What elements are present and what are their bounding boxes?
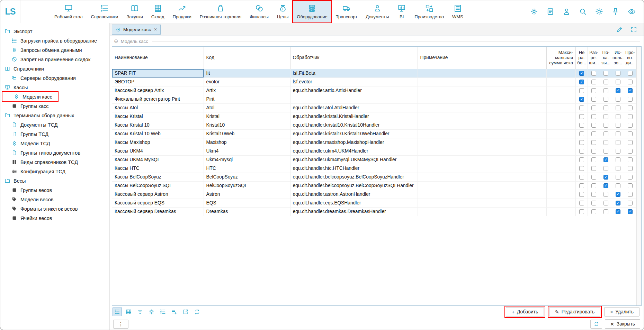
checkbox[interactable] — [616, 149, 620, 154]
topbar-item-14[interactable]: WMS — [448, 0, 467, 23]
cell-check-4[interactable] — [612, 95, 624, 103]
cell-check-1[interactable] — [576, 181, 588, 190]
cell-max-sum[interactable] — [547, 181, 576, 190]
cell-check-4[interactable] — [612, 112, 624, 121]
cell-handler[interactable] — [290, 95, 418, 103]
checkbox[interactable] — [591, 140, 596, 145]
cell-handler[interactable]: lsf.evotor — [290, 77, 418, 86]
cell-code[interactable]: Kristal10 — [204, 121, 290, 129]
cell-check-2[interactable] — [588, 190, 600, 199]
cell-handler[interactable]: equ.clt.handler.belcoopsoyuz.BelCoopSoyu… — [290, 173, 418, 181]
cell-check-4[interactable] — [612, 103, 624, 112]
cell-check-2[interactable] — [588, 86, 600, 95]
cell-check-3[interactable] — [600, 190, 612, 199]
checkbox[interactable] — [628, 157, 633, 162]
sidebar-item-16[interactable]: Конфигурация ТСД — [0, 167, 109, 176]
checkbox[interactable] — [603, 209, 608, 214]
cell-max-sum[interactable] — [547, 103, 576, 112]
checkbox[interactable] — [616, 88, 620, 93]
checkbox[interactable] — [579, 114, 584, 119]
checkbox[interactable] — [616, 71, 620, 76]
cell-handler[interactable]: lsf.Fit.Beta — [290, 69, 418, 77]
fullscreen-button[interactable] — [630, 26, 637, 33]
topbar-item-13[interactable]: Производство — [410, 0, 448, 23]
checkbox[interactable] — [579, 157, 584, 162]
checkbox[interactable] — [616, 183, 620, 188]
cell-check-3[interactable] — [600, 129, 612, 138]
cell-name[interactable]: Кассы Kristal — [112, 112, 204, 121]
cell-code[interactable]: Atol — [204, 103, 290, 112]
cell-check-1[interactable] — [576, 77, 588, 86]
checkbox[interactable] — [603, 149, 608, 154]
cell-check-1[interactable] — [576, 121, 588, 129]
cell-max-sum[interactable] — [547, 95, 576, 103]
sidebar-item-18[interactable]: Группы весов — [0, 185, 109, 195]
cell-check-4[interactable] — [612, 129, 624, 138]
cell-name[interactable]: Кассы Maxishop — [112, 138, 204, 147]
checkbox[interactable] — [579, 192, 584, 197]
topbar-item-9[interactable]: Оборудование — [293, 0, 331, 23]
pin-button[interactable] — [611, 7, 620, 16]
cell-handler[interactable]: equ.clt.handler.htc.HTCHandler — [290, 164, 418, 173]
cell-code[interactable]: BelCoopSoyuzSQL — [204, 181, 290, 190]
open-external-button[interactable] — [181, 308, 190, 316]
cell-handler[interactable]: equ.clt.handler.dreamkas.DreamkasHandler — [290, 207, 418, 216]
checkbox[interactable] — [603, 106, 608, 110]
filter-button[interactable] — [135, 308, 145, 316]
cell-name[interactable]: ЭВОТОР — [112, 77, 204, 86]
cell-max-sum[interactable] — [547, 155, 576, 164]
cell-check-4[interactable] — [612, 147, 624, 155]
sidebar-item-20[interactable]: Форматы этикеток весов — [0, 204, 109, 213]
table-row[interactable]: Кассовый сервер ArtixArtixequ.clt.handle… — [112, 86, 636, 95]
checkbox[interactable] — [603, 97, 608, 102]
checkbox[interactable] — [591, 71, 596, 76]
cell-note[interactable] — [418, 86, 547, 95]
cell-code[interactable]: Ukm4 — [204, 147, 290, 155]
checkbox[interactable] — [616, 80, 620, 84]
checkbox[interactable] — [628, 131, 633, 136]
column-header-name[interactable]: Наименование — [112, 47, 204, 69]
cell-handler[interactable]: equ.clt.handler.kristal10.Kristal10WebHa… — [290, 129, 418, 138]
cell-max-sum[interactable] — [547, 164, 576, 173]
checkbox[interactable] — [628, 106, 633, 110]
sidebar-item-17[interactable]: Весы — [0, 176, 109, 185]
sidebar-item-19[interactable]: Модели весов — [0, 195, 109, 204]
checkbox[interactable] — [603, 201, 608, 205]
checkbox[interactable] — [603, 71, 608, 76]
list-add-button[interactable] — [170, 308, 179, 316]
checkbox[interactable] — [628, 166, 633, 171]
cell-check-5[interactable] — [624, 138, 636, 147]
table-row[interactable]: Кассовый сервер DreamkasDreamkasequ.clt.… — [112, 207, 636, 216]
checkbox[interactable] — [579, 149, 584, 154]
sidebar-item-5[interactable]: Справочники — [0, 64, 109, 73]
topbar-item-11[interactable]: Документы — [361, 0, 393, 23]
sidebar-item-6[interactable]: Серверы оборудования — [0, 73, 109, 83]
more-menu-button[interactable]: ⋮ — [113, 320, 128, 329]
cell-max-sum[interactable] — [547, 77, 576, 86]
checkbox[interactable] — [591, 106, 596, 110]
topbar-item-8[interactable]: Цены — [273, 0, 293, 23]
checkbox[interactable] — [616, 114, 620, 119]
cell-check-4[interactable] — [612, 138, 624, 147]
cell-code[interactable]: Kristal10Web — [204, 129, 290, 138]
cell-max-sum[interactable] — [547, 86, 576, 95]
checkbox[interactable] — [628, 192, 633, 197]
checkbox[interactable] — [579, 131, 584, 136]
cell-name[interactable]: Кассовый сервер Astron — [112, 190, 204, 199]
cell-check-5[interactable] — [624, 103, 636, 112]
checkbox[interactable] — [616, 166, 620, 171]
checkbox[interactable] — [616, 123, 620, 128]
table-row[interactable]: Кассы AtolAtolequ.clt.handler.atol.AtolH… — [112, 103, 636, 112]
edit-button[interactable]: ✎Редактировать — [549, 307, 600, 317]
cell-note[interactable] — [418, 181, 547, 190]
checkbox[interactable] — [628, 209, 633, 214]
column-header-max-sum[interactable]: Макси-мальнаясумма чека — [547, 47, 576, 69]
checkbox[interactable] — [603, 192, 608, 197]
tab-modeli-kass[interactable]: Модели касс × — [112, 25, 161, 35]
checkbox[interactable] — [603, 123, 608, 128]
cell-check-4[interactable] — [612, 207, 624, 216]
cell-check-3[interactable] — [600, 164, 612, 173]
cell-check-2[interactable] — [588, 95, 600, 103]
checkbox[interactable] — [579, 166, 584, 171]
checkbox[interactable] — [591, 123, 596, 128]
